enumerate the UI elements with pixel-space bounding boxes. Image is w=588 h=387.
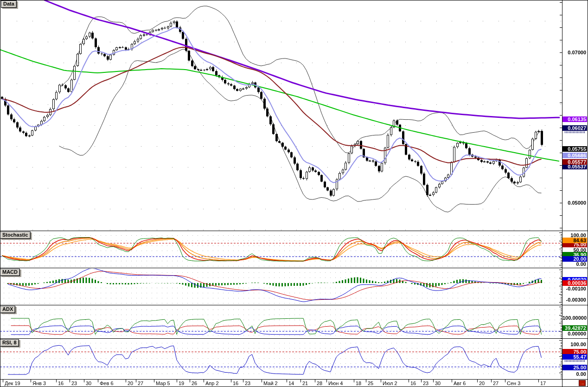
axis-scale-label: 0.07000 (562, 50, 587, 55)
x-axis-label: 16 (410, 381, 416, 387)
axis-scale-label: 0.00000 (562, 331, 587, 336)
x-axis-label: 23 (71, 381, 77, 387)
price-line-label: 0.05577 (562, 159, 587, 165)
axis-scale-label: -0.00100 (562, 286, 587, 291)
x-axis-label: Апр 2 (205, 381, 219, 387)
chart-canvas[interactable] (0, 0, 588, 387)
dotted-label-remnant (565, 360, 585, 362)
axis-scale-label: 0.00 (562, 261, 587, 267)
x-axis-label: 17 (540, 381, 546, 387)
axis-scale-label: -0.00300 (562, 297, 587, 303)
dotted-label-remnant (565, 131, 585, 133)
x-axis-label: 19 (179, 381, 184, 387)
scroll-to-end-button[interactable]: → (579, 380, 586, 386)
trading-chart-window: Data Stochastic MACD ADX RSI, 8 0.070000… (0, 0, 588, 387)
x-axis-label: Сен 3 (507, 381, 520, 387)
x-axis-label: Июл 2 (383, 381, 397, 387)
x-axis-label: Янв 3 (32, 381, 46, 387)
x-axis-label: Мар 5 (156, 381, 170, 387)
panel-title-macd[interactable]: MACD (0, 269, 20, 276)
x-axis-label: Дек 19 (5, 381, 20, 387)
x-axis-label: 20 (479, 381, 485, 387)
x-axis-label: 30 (86, 381, 91, 387)
x-axis-label: Июн 4 (328, 381, 343, 387)
x-axis-label: 16 (58, 381, 64, 387)
x-axis-label: 27 (138, 381, 143, 387)
x-axis-label: 25 (368, 381, 373, 387)
panel-title-stochastic[interactable]: Stochastic (0, 232, 31, 239)
x-axis-label: 20 (128, 381, 133, 387)
price-line-label: 0.05755 (562, 146, 587, 152)
panel-title-rsi[interactable]: RSI, 8 (0, 339, 19, 347)
x-axis-label: 30 (435, 381, 441, 387)
x-axis-label: 26 (192, 381, 197, 387)
price-line-label: 0.06027 (562, 125, 587, 131)
price-line-label: 0.05686 (562, 153, 587, 158)
price-line-label: 39.42872 (562, 325, 587, 331)
price-line-label: 55.47 (562, 354, 587, 360)
x-axis-label: Фев 6 (100, 381, 114, 387)
x-axis-label: Май 2 (263, 381, 278, 387)
panel-title-data[interactable]: Data (1, 0, 17, 8)
x-axis-label: 21 (302, 381, 308, 387)
axis-scale-label: 0.05000 (562, 200, 587, 206)
x-axis-label: Авг 6 (454, 381, 466, 387)
price-line-label: 0.00036 (562, 280, 587, 286)
price-line-label: 84.63 (562, 238, 587, 243)
axis-scale-label: 100.00000 (562, 315, 587, 321)
axis-scale-label: 0.00 (562, 371, 587, 377)
x-axis-label: 28 (317, 381, 322, 387)
price-line-label: 25.00 (562, 365, 587, 370)
x-axis-label: 14 (288, 381, 294, 387)
x-axis-label: 16 (233, 381, 238, 387)
x-axis-label: 18 (356, 381, 361, 387)
x-axis-label: 23 (245, 381, 250, 387)
x-axis-label: 23 (423, 381, 428, 387)
panel-title-adx[interactable]: ADX (0, 306, 15, 313)
price-line-label: 0.06135 (562, 116, 587, 122)
x-axis-label: 27 (493, 381, 499, 387)
axis-scale-label: 100.00 (562, 342, 587, 347)
